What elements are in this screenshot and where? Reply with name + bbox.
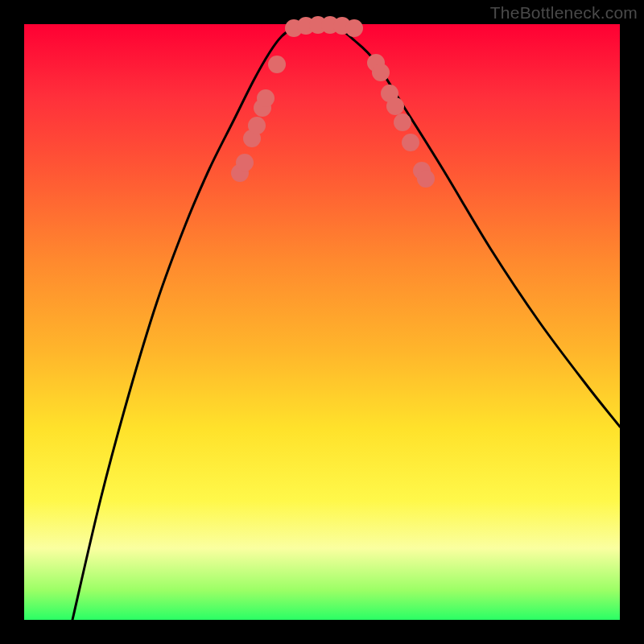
highlight-dot	[402, 134, 419, 151]
highlight-dot	[372, 64, 390, 81]
curve-svg	[24, 24, 620, 620]
highlight-dot	[236, 154, 254, 171]
highlight-dot	[248, 117, 266, 134]
highlight-dots-group	[231, 16, 435, 188]
chart-stage: TheBottleneck.com	[0, 0, 644, 644]
watermark-text: TheBottleneck.com	[490, 3, 638, 23]
highlight-dot	[394, 114, 411, 131]
highlight-dot	[257, 89, 275, 107]
highlight-dot	[417, 170, 435, 188]
plot-area	[24, 24, 620, 620]
bottleneck-curve	[72, 26, 620, 620]
highlight-dot	[268, 56, 286, 73]
highlight-dot	[386, 97, 404, 115]
highlight-dot	[345, 19, 363, 37]
